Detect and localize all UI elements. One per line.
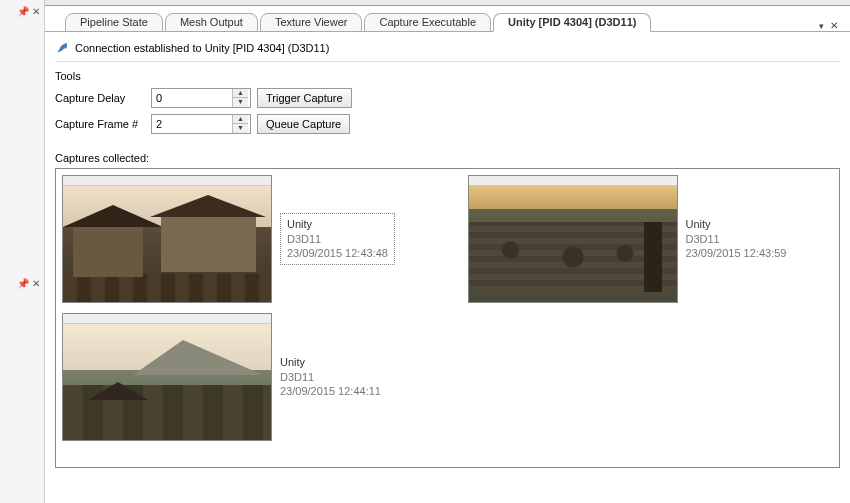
tab-pipeline-state[interactable]: Pipeline State bbox=[65, 13, 163, 32]
tools-heading: Tools bbox=[55, 70, 840, 82]
capture-time: 23/09/2015 12:43:48 bbox=[287, 246, 388, 261]
capture-item[interactable]: Unity D3D11 23/09/2015 12:43:48 bbox=[62, 175, 428, 303]
capture-title: Unity bbox=[280, 355, 381, 370]
capture-metadata: Unity D3D11 23/09/2015 12:44:11 bbox=[280, 355, 381, 400]
capture-delay-spinner[interactable]: ▲ ▼ bbox=[151, 88, 251, 108]
capture-item[interactable]: Unity D3D11 23/09/2015 12:44:11 bbox=[62, 313, 428, 441]
capture-delay-label: Capture Delay bbox=[55, 92, 145, 104]
capture-frame-label: Capture Frame # bbox=[55, 118, 145, 130]
pin-icon[interactable]: 📌 bbox=[17, 278, 29, 289]
capture-metadata: Unity D3D11 23/09/2015 12:43:59 bbox=[686, 217, 787, 262]
tab-mesh-output[interactable]: Mesh Output bbox=[165, 13, 258, 32]
tab-texture-viewer[interactable]: Texture Viewer bbox=[260, 13, 363, 32]
close-icon[interactable]: ✕ bbox=[32, 278, 40, 289]
captures-heading: Captures collected: bbox=[55, 152, 840, 164]
close-icon[interactable]: ✕ bbox=[32, 6, 40, 17]
capture-metadata: Unity D3D11 23/09/2015 12:43:48 bbox=[280, 213, 395, 266]
capture-thumbnail[interactable] bbox=[62, 313, 272, 441]
tab-capture-executable[interactable]: Capture Executable bbox=[364, 13, 491, 32]
capture-title: Unity bbox=[287, 217, 388, 232]
captures-list: Unity D3D11 23/09/2015 12:43:48 bbox=[55, 168, 840, 468]
queue-capture-button[interactable]: Queue Capture bbox=[257, 114, 350, 134]
capture-frame-input[interactable] bbox=[152, 115, 232, 133]
feather-icon bbox=[55, 41, 69, 55]
capture-api: D3D11 bbox=[686, 232, 787, 247]
spinner-down-icon[interactable]: ▼ bbox=[233, 124, 248, 133]
capture-thumbnail[interactable] bbox=[62, 175, 272, 303]
capture-frame-spinner[interactable]: ▲ ▼ bbox=[151, 114, 251, 134]
spinner-up-icon[interactable]: ▲ bbox=[233, 115, 248, 124]
capture-item[interactable]: Unity D3D11 23/09/2015 12:43:59 bbox=[468, 175, 834, 303]
capture-time: 23/09/2015 12:44:11 bbox=[280, 384, 381, 399]
tab-bar: Pipeline State Mesh Output Texture Viewe… bbox=[45, 6, 850, 31]
capture-thumbnail[interactable] bbox=[468, 175, 678, 303]
tab-close-icon[interactable] bbox=[830, 19, 838, 31]
capture-delay-input[interactable] bbox=[152, 89, 232, 107]
tab-unity-connection[interactable]: Unity [PID 4304] (D3D11) bbox=[493, 13, 651, 32]
capture-time: 23/09/2015 12:43:59 bbox=[686, 246, 787, 261]
spinner-down-icon[interactable]: ▼ bbox=[233, 98, 248, 107]
capture-title: Unity bbox=[686, 217, 787, 232]
spinner-up-icon[interactable]: ▲ bbox=[233, 89, 248, 98]
connection-panel: Connection established to Unity [PID 430… bbox=[45, 31, 850, 503]
capture-api: D3D11 bbox=[287, 232, 388, 247]
connection-status-text: Connection established to Unity [PID 430… bbox=[75, 42, 329, 54]
left-dock-gutter: 📌 ✕ 📌 ✕ bbox=[0, 0, 45, 503]
tab-menu-dropdown-icon[interactable] bbox=[819, 19, 824, 31]
pin-icon[interactable]: 📌 bbox=[17, 6, 29, 17]
capture-api: D3D11 bbox=[280, 370, 381, 385]
trigger-capture-button[interactable]: Trigger Capture bbox=[257, 88, 352, 108]
